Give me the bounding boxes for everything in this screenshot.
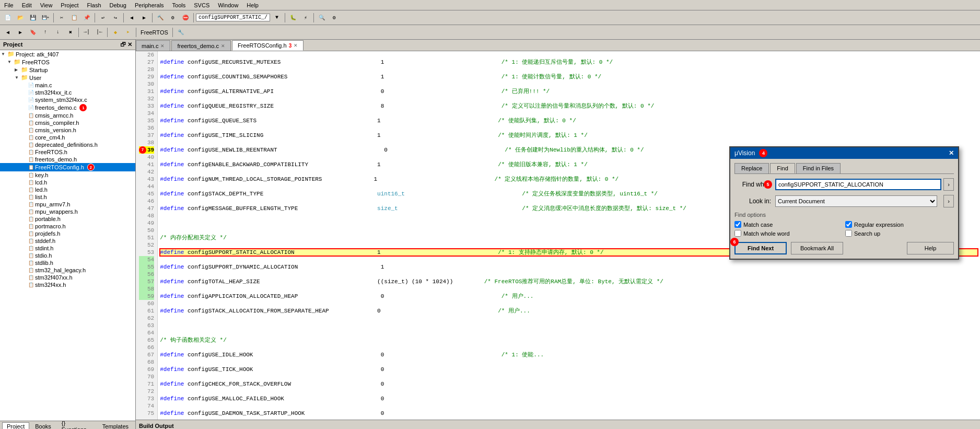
match-case-checkbox[interactable] xyxy=(734,221,741,228)
look-in-expand-btn[interactable]: › xyxy=(943,195,954,207)
regex-checkbox[interactable] xyxy=(845,221,852,228)
tree-item-cmsis-armcc[interactable]: 📋 cmsis_armcc.h xyxy=(0,112,135,119)
tree-item-portable[interactable]: 📋 portable.h xyxy=(0,215,135,223)
wrench-btn[interactable]: 🔧 xyxy=(175,27,186,38)
tree-item-freertos-h[interactable]: 📋 FreeRTOS.h xyxy=(0,148,135,156)
tab-project[interactable]: Project xyxy=(2,422,29,430)
undo-btn[interactable]: ↩ xyxy=(97,12,109,24)
clear-bookmarks-btn[interactable]: ✖ xyxy=(65,27,76,38)
find-what-input[interactable] xyxy=(775,179,941,190)
menu-view[interactable]: View xyxy=(36,1,57,9)
menu-help[interactable]: Help xyxy=(242,1,263,9)
unindent-btn[interactable]: |← xyxy=(94,27,105,38)
menu-file[interactable]: File xyxy=(0,1,18,9)
menu-window[interactable]: Window xyxy=(214,1,242,9)
next-error-btn[interactable]: ▶ xyxy=(15,27,26,38)
tree-item-portmacro[interactable]: 📋 portmacro.h xyxy=(0,223,135,230)
tree-item-stm32f4xx[interactable]: 📋 stm32f4xx.h xyxy=(0,281,135,288)
tab-books[interactable]: Books xyxy=(30,422,56,430)
prev-bookmark-btn[interactable]: ↑ xyxy=(40,27,51,38)
tab-main-c[interactable]: main.c ✕ xyxy=(136,40,170,51)
settings-btn[interactable]: ⚙ xyxy=(329,12,340,24)
menu-project[interactable]: Project xyxy=(56,1,83,9)
dialog-tab-find[interactable]: Find xyxy=(770,163,795,173)
dialog-close-btn[interactable]: ✕ xyxy=(949,149,954,157)
open-btn[interactable]: 📂 xyxy=(15,12,26,24)
menu-flash[interactable]: Flash xyxy=(83,1,106,9)
tree-item-list-h[interactable]: 📋 list.h xyxy=(0,193,135,201)
dialog-tab-find-in-files[interactable]: Find in Files xyxy=(796,163,841,173)
build-btn[interactable]: 🔨 xyxy=(155,12,166,24)
target-options-btn[interactable]: ▼ xyxy=(271,12,283,24)
tree-item-stdio[interactable]: 📋 stdio.h xyxy=(0,252,135,259)
menu-peripherals[interactable]: Peripherals xyxy=(131,1,168,9)
diamond-btn[interactable]: ◆ xyxy=(110,27,121,38)
tab-close-main-c[interactable]: ✕ xyxy=(160,43,165,49)
save-all-btn[interactable]: 💾+ xyxy=(40,12,51,24)
menu-debug[interactable]: Debug xyxy=(106,1,131,9)
tree-item-projdefs[interactable]: 📋 projdefs.h xyxy=(0,230,135,237)
tree-item-system[interactable]: 📄 system_stm32f4xx.c xyxy=(0,96,135,103)
tree-item-stdint[interactable]: 📋 stdint.h xyxy=(0,245,135,252)
save-btn[interactable]: 💾 xyxy=(27,12,39,24)
copy-btn[interactable]: 📋 xyxy=(68,12,80,24)
menu-edit[interactable]: Edit xyxy=(18,1,36,9)
bookmark-all-btn[interactable]: Bookmark All xyxy=(791,242,843,254)
tree-item-main-c[interactable]: 📄 main.c xyxy=(0,82,135,89)
tab-functions[interactable]: {} Functions xyxy=(57,419,97,430)
tree-item-stm32f407xx[interactable]: 📋 stm32f407xx.h xyxy=(0,274,135,281)
tree-item-core-cm4[interactable]: 📋 core_cm4.h xyxy=(0,134,135,141)
help-btn[interactable]: Help xyxy=(907,242,954,254)
tree-item-user[interactable]: ▼ 📁 User xyxy=(0,74,135,82)
paste-btn[interactable]: 📌 xyxy=(81,12,92,24)
flash-btn[interactable]: ⚡ xyxy=(300,12,311,24)
tab-close-freertoconfig[interactable]: ✕ xyxy=(294,43,298,48)
rebuild-btn[interactable]: ⚙ xyxy=(167,12,179,24)
prev-error-btn[interactable]: ◀ xyxy=(2,27,14,38)
tree-item-lcd-h[interactable]: 📋 lcd.h xyxy=(0,179,135,186)
new-btn[interactable]: 📄 xyxy=(2,12,14,24)
tree-item-stddef[interactable]: 📋 stddef.h xyxy=(0,237,135,245)
tab-freertos-demo-c[interactable]: freertos_demo.c ✕ xyxy=(171,40,230,51)
tree-item-mpu-armv7[interactable]: 📋 mpu_armv7.h xyxy=(0,201,135,208)
tab-freertoconfig-h[interactable]: FreeRTOSConfig.h 3 ✕ xyxy=(232,40,304,51)
menu-tools[interactable]: Tools xyxy=(168,1,190,9)
tree-item-led-h[interactable]: 📋 led.h xyxy=(0,186,135,193)
target-select[interactable]: configSUPPORT_STATIC_/ xyxy=(196,14,270,21)
dialog-tab-replace[interactable]: Replace xyxy=(734,163,769,173)
tree-item-key-h[interactable]: 📋 key.h xyxy=(0,171,135,179)
tree-item-freertoconfig[interactable]: 📋 FreeRTOSConfig.h 2 xyxy=(0,163,135,171)
tree-item-freertos[interactable]: ▼ 📁 FreeRTOS xyxy=(0,58,135,66)
indent-btn[interactable]: →| xyxy=(81,27,92,38)
menu-svcs[interactable]: SVCS xyxy=(190,1,214,9)
arrow-btn[interactable]: ➤ xyxy=(122,27,134,38)
cut-btn[interactable]: ✂ xyxy=(56,12,67,24)
fwd-btn[interactable]: ▶ xyxy=(138,12,150,24)
whole-word-checkbox[interactable] xyxy=(734,230,741,237)
find-expand-btn[interactable]: › xyxy=(943,178,954,191)
find-next-btn[interactable]: Find Next xyxy=(734,242,787,254)
redo-btn[interactable]: ↪ xyxy=(110,12,121,24)
tree-item-freertos-demo-c[interactable]: 📄 freertos_demo.c 1 xyxy=(0,103,135,112)
tab-close-freertos-demo[interactable]: ✕ xyxy=(221,43,225,49)
bookmark-btn[interactable]: 🔖 xyxy=(27,27,39,38)
tree-item-freertos-demo-h[interactable]: 📋 freertos_demo.h xyxy=(0,156,135,163)
look-in-select[interactable]: Current Document All Documents xyxy=(775,195,937,207)
search-up-checkbox[interactable] xyxy=(845,230,852,237)
tree-item-stm32f4xx-it[interactable]: 📄 stm32f4xx_it.c xyxy=(0,89,135,96)
tree-item-mpu-wrappers[interactable]: 📋 mpu_wrappers.h xyxy=(0,208,135,215)
stop-btn[interactable]: ⛔ xyxy=(180,12,191,24)
debug-btn[interactable]: 🐛 xyxy=(287,12,299,24)
tree-item-root[interactable]: ▼ 📁 Project: atk_f407 xyxy=(0,50,135,58)
tree-item-cmsis-version[interactable]: 📋 cmsis_version.h xyxy=(0,126,135,134)
tree-item-cmsis-compiler[interactable]: 📋 cmsis_compiler.h xyxy=(0,119,135,126)
tree-item-hal-legacy[interactable]: 📋 stm32_hal_legacy.h xyxy=(0,266,135,274)
tab-templates[interactable]: Templates xyxy=(98,422,133,430)
next-bookmark-btn[interactable]: ↓ xyxy=(52,27,64,38)
zoom-btn[interactable]: 🔍 xyxy=(316,12,328,24)
tree-item-stdlib[interactable]: 📋 stdlib.h xyxy=(0,259,135,266)
tree-item-startup[interactable]: ▶ 📁 Startup xyxy=(0,66,135,74)
tree-item-deprecated[interactable]: 📋 deprecated_definitions.h xyxy=(0,141,135,148)
code-line-28: #define configUSE_ALTERNATIVE_API 0 /* 已… xyxy=(160,88,978,95)
back-btn[interactable]: ◀ xyxy=(126,12,137,24)
